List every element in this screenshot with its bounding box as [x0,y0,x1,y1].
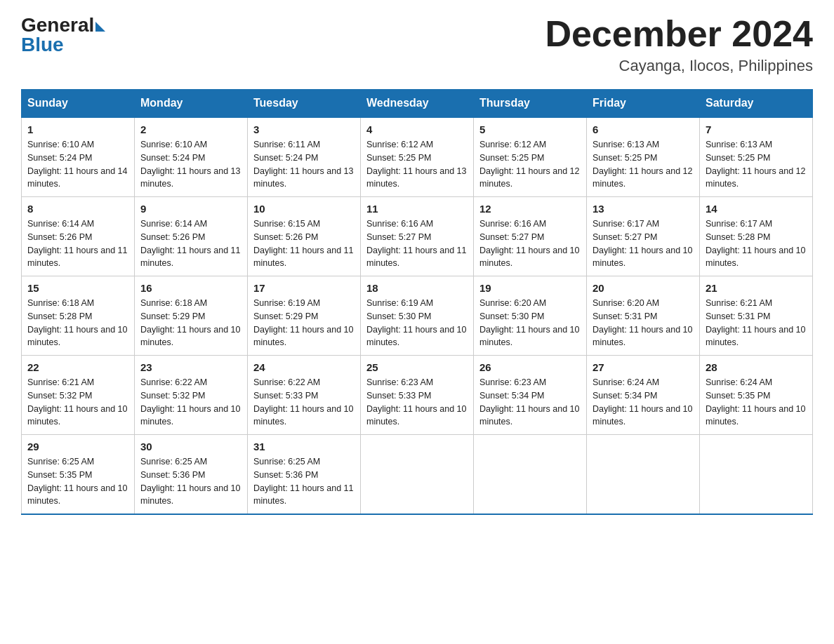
day-number: 2 [140,123,241,135]
header-friday: Friday [587,90,700,118]
calendar-cell: 9 Sunrise: 6:14 AMSunset: 5:26 PMDayligh… [135,197,248,276]
month-title: December 2024 [545,14,813,54]
day-info: Sunrise: 6:25 AMSunset: 5:36 PMDaylight:… [140,457,240,506]
day-number: 9 [140,203,241,215]
day-number: 26 [479,361,581,373]
day-info: Sunrise: 6:20 AMSunset: 5:31 PMDaylight:… [593,298,692,347]
day-number: 28 [706,361,807,373]
day-number: 5 [479,123,581,135]
calendar-cell: 8 Sunrise: 6:14 AMSunset: 5:26 PMDayligh… [22,197,135,276]
day-info: Sunrise: 6:23 AMSunset: 5:34 PMDaylight:… [479,377,579,427]
header-thursday: Thursday [474,90,587,118]
day-info: Sunrise: 6:20 AMSunset: 5:30 PMDaylight:… [479,298,579,347]
calendar-cell: 5 Sunrise: 6:12 AMSunset: 5:25 PMDayligh… [474,117,587,197]
calendar-cell: 14 Sunrise: 6:17 AMSunset: 5:28 PMDaylig… [700,197,813,276]
day-info: Sunrise: 6:15 AMSunset: 5:26 PMDaylight:… [253,219,353,268]
calendar-week-row: 15 Sunrise: 6:18 AMSunset: 5:28 PMDaylig… [22,276,813,356]
day-info: Sunrise: 6:10 AMSunset: 5:24 PMDaylight:… [140,140,240,189]
calendar-cell: 15 Sunrise: 6:18 AMSunset: 5:28 PMDaylig… [22,276,135,356]
header-tuesday: Tuesday [248,90,361,118]
day-number: 1 [27,123,128,135]
calendar-cell: 24 Sunrise: 6:22 AMSunset: 5:33 PMDaylig… [248,356,361,435]
day-number: 11 [366,203,468,215]
calendar-cell [361,435,474,515]
calendar-cell: 31 Sunrise: 6:25 AMSunset: 5:36 PMDaylig… [248,435,361,515]
header-sunday: Sunday [22,90,135,118]
day-number: 3 [253,123,355,135]
calendar-cell: 19 Sunrise: 6:20 AMSunset: 5:30 PMDaylig… [474,276,587,356]
day-number: 16 [140,282,241,294]
calendar-week-row: 22 Sunrise: 6:21 AMSunset: 5:32 PMDaylig… [22,356,813,435]
day-info: Sunrise: 6:18 AMSunset: 5:29 PMDaylight:… [140,298,240,347]
day-info: Sunrise: 6:22 AMSunset: 5:33 PMDaylight:… [253,377,353,427]
calendar-header-row: SundayMondayTuesdayWednesdayThursdayFrid… [22,90,813,118]
day-info: Sunrise: 6:12 AMSunset: 5:25 PMDaylight:… [479,140,579,189]
day-number: 8 [27,203,128,215]
calendar-cell: 16 Sunrise: 6:18 AMSunset: 5:29 PMDaylig… [135,276,248,356]
location-title: Cayanga, Ilocos, Philippines [545,57,813,75]
day-number: 22 [27,361,128,373]
calendar-cell: 23 Sunrise: 6:22 AMSunset: 5:32 PMDaylig… [135,356,248,435]
calendar-cell: 11 Sunrise: 6:16 AMSunset: 5:27 PMDaylig… [361,197,474,276]
calendar-cell: 30 Sunrise: 6:25 AMSunset: 5:36 PMDaylig… [135,435,248,515]
day-info: Sunrise: 6:16 AMSunset: 5:27 PMDaylight:… [366,219,466,268]
calendar-cell: 13 Sunrise: 6:17 AMSunset: 5:27 PMDaylig… [587,197,700,276]
day-info: Sunrise: 6:16 AMSunset: 5:27 PMDaylight:… [479,219,579,268]
calendar-cell: 17 Sunrise: 6:19 AMSunset: 5:29 PMDaylig… [248,276,361,356]
calendar-cell: 3 Sunrise: 6:11 AMSunset: 5:24 PMDayligh… [248,117,361,197]
day-number: 29 [27,441,128,452]
logo-triangle-icon [95,22,105,32]
calendar-cell: 29 Sunrise: 6:25 AMSunset: 5:35 PMDaylig… [22,435,135,515]
day-info: Sunrise: 6:25 AMSunset: 5:36 PMDaylight:… [253,457,353,506]
day-number: 4 [366,123,468,135]
header-saturday: Saturday [700,90,813,118]
day-info: Sunrise: 6:13 AMSunset: 5:25 PMDaylight:… [706,140,805,189]
day-number: 12 [479,203,581,215]
day-info: Sunrise: 6:24 AMSunset: 5:34 PMDaylight:… [593,377,692,427]
day-info: Sunrise: 6:11 AMSunset: 5:24 PMDaylight:… [253,140,353,189]
calendar-cell: 25 Sunrise: 6:23 AMSunset: 5:33 PMDaylig… [361,356,474,435]
day-number: 7 [706,123,807,135]
calendar-cell: 18 Sunrise: 6:19 AMSunset: 5:30 PMDaylig… [361,276,474,356]
day-number: 13 [593,203,694,215]
day-number: 14 [706,203,807,215]
logo: General Blue [21,14,105,56]
day-info: Sunrise: 6:17 AMSunset: 5:28 PMDaylight:… [706,219,805,268]
day-info: Sunrise: 6:13 AMSunset: 5:25 PMDaylight:… [593,140,692,189]
day-info: Sunrise: 6:22 AMSunset: 5:32 PMDaylight:… [140,377,240,427]
day-number: 27 [593,361,694,373]
day-info: Sunrise: 6:21 AMSunset: 5:31 PMDaylight:… [706,298,805,347]
calendar-week-row: 8 Sunrise: 6:14 AMSunset: 5:26 PMDayligh… [22,197,813,276]
calendar-cell: 21 Sunrise: 6:21 AMSunset: 5:31 PMDaylig… [700,276,813,356]
day-number: 6 [593,123,694,135]
calendar-cell: 7 Sunrise: 6:13 AMSunset: 5:25 PMDayligh… [700,117,813,197]
calendar-cell: 10 Sunrise: 6:15 AMSunset: 5:26 PMDaylig… [248,197,361,276]
day-number: 30 [140,441,241,452]
day-info: Sunrise: 6:18 AMSunset: 5:28 PMDaylight:… [27,298,127,347]
day-number: 31 [253,441,355,452]
calendar-cell: 28 Sunrise: 6:24 AMSunset: 5:35 PMDaylig… [700,356,813,435]
calendar-week-row: 29 Sunrise: 6:25 AMSunset: 5:35 PMDaylig… [22,435,813,515]
calendar-cell: 27 Sunrise: 6:24 AMSunset: 5:34 PMDaylig… [587,356,700,435]
calendar-week-row: 1 Sunrise: 6:10 AMSunset: 5:24 PMDayligh… [22,117,813,197]
day-info: Sunrise: 6:23 AMSunset: 5:33 PMDaylight:… [366,377,466,427]
calendar-cell: 4 Sunrise: 6:12 AMSunset: 5:25 PMDayligh… [361,117,474,197]
day-info: Sunrise: 6:24 AMSunset: 5:35 PMDaylight:… [706,377,805,427]
day-number: 18 [366,282,468,294]
calendar-cell [474,435,587,515]
calendar-cell: 26 Sunrise: 6:23 AMSunset: 5:34 PMDaylig… [474,356,587,435]
day-info: Sunrise: 6:21 AMSunset: 5:32 PMDaylight:… [27,377,127,427]
calendar-cell [700,435,813,515]
day-info: Sunrise: 6:10 AMSunset: 5:24 PMDaylight:… [27,140,127,189]
day-number: 19 [479,282,581,294]
header-wednesday: Wednesday [361,90,474,118]
page-header: General Blue December 2024 Cayanga, Iloc… [21,14,813,75]
logo-blue-text: Blue [21,34,64,56]
day-number: 24 [253,361,355,373]
day-info: Sunrise: 6:14 AMSunset: 5:26 PMDaylight:… [27,219,127,268]
day-number: 25 [366,361,468,373]
day-info: Sunrise: 6:17 AMSunset: 5:27 PMDaylight:… [593,219,692,268]
day-info: Sunrise: 6:19 AMSunset: 5:30 PMDaylight:… [366,298,466,347]
calendar-cell: 1 Sunrise: 6:10 AMSunset: 5:24 PMDayligh… [22,117,135,197]
calendar-cell: 6 Sunrise: 6:13 AMSunset: 5:25 PMDayligh… [587,117,700,197]
